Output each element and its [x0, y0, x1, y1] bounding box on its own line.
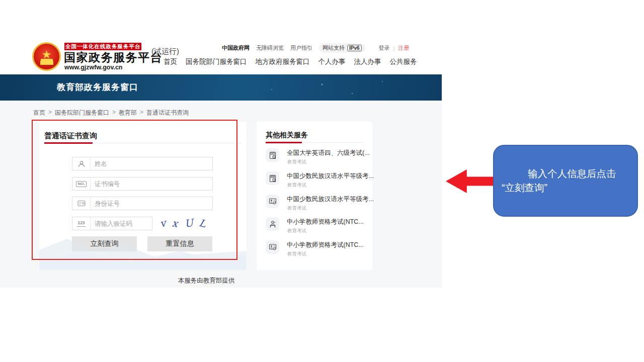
certificate-no-input[interactable]	[91, 177, 212, 190]
service-title: 中小学教师资格考试(NTC...	[287, 218, 364, 226]
related-services-title: 其他相关服务	[266, 131, 308, 140]
user-guide-link[interactable]: 用户指引	[290, 44, 312, 52]
brand-top-banner: 全国一体化在线政务服务平台	[64, 43, 141, 50]
service-provider-note: 本服务由教育部提供	[0, 277, 413, 285]
captcha-image[interactable]: v x U L	[160, 215, 220, 231]
department-banner: 教育部政务服务窗口	[0, 74, 442, 101]
service-title: 中国少数民族汉语水平等级考...	[287, 195, 374, 204]
utility-bar: 中国政府网 无障碍浏览 用户指引 网站支持 IPv6 登录 | 注册	[222, 43, 409, 53]
login-divider: |	[393, 45, 395, 51]
name-input[interactable]	[91, 157, 212, 170]
webpage: ★ 全国一体化在线政务服务平台 国家政务服务平台 www.gjzwfw.gov.…	[0, 0, 442, 288]
service-item-ntce-2[interactable]: 中小学教师资格考试(NTC... 教育考试	[266, 240, 364, 260]
doc-search-icon: CET	[266, 148, 279, 162]
content-area: 首页 > 国务院部门服务窗口 > 教育部 > 普通话证书查询 普通话证书查询 N…	[0, 101, 442, 288]
id-number-field	[72, 197, 213, 210]
service-title: 全国大学英语四、六级考试(...	[287, 149, 370, 157]
captcha-field: 123	[72, 217, 152, 230]
ipv6-label: IPv6	[347, 45, 362, 51]
teacher-desk-icon	[266, 217, 279, 231]
nav-home[interactable]: 首页	[164, 57, 177, 66]
captcha-char: L	[198, 217, 207, 230]
ipv6-support-badge: 网站支持 IPv6	[319, 43, 365, 53]
id-number-input[interactable]	[91, 197, 212, 210]
breadcrumb-home[interactable]: 首页	[33, 109, 45, 117]
callout-box: 输入个人信息后点击“立刻查询”	[493, 145, 638, 217]
related-services-card: 其他相关服务 CET 全国大学英语四、六级考试(... 教育考试 MHK 中国少…	[257, 122, 372, 270]
title-underline	[266, 142, 302, 143]
service-category: 教育考试	[287, 205, 306, 212]
site-support-label: 网站支持	[323, 44, 345, 52]
service-category: 教育考试	[287, 159, 306, 165]
accessibility-link[interactable]: 无障碍浏览	[256, 44, 284, 52]
nav-personal-affairs[interactable]: 个人办事	[318, 57, 346, 66]
callout-text: 输入个人信息后点击“立刻查询”	[494, 167, 637, 195]
callout-arrow-icon	[446, 169, 494, 193]
service-item-mhk-2[interactable]: 中国少数民族汉语水平等级考... 教育考试	[266, 195, 364, 215]
captcha-char: x	[172, 217, 179, 229]
id-badge-check-icon	[266, 240, 279, 254]
svg-text:MHK: MHK	[271, 175, 274, 177]
register-link[interactable]: 注册	[398, 44, 409, 52]
breadcrumb-separator: >	[48, 109, 52, 117]
service-category: 教育考试	[287, 251, 306, 257]
site-title: 国家政务服务平台	[64, 50, 163, 65]
breadcrumb: 首页 > 国务院部门服务窗口 > 教育部 > 普通话证书查询	[33, 109, 189, 117]
breadcrumb-separator: >	[140, 109, 143, 117]
site-url: www.gjzwfw.gov.cn	[64, 64, 123, 71]
service-title: 中国少数民族汉语水平等级考...	[287, 172, 374, 180]
service-item-mhk-1[interactable]: MHK 中国少数民族汉语水平等级考... 教育考试	[266, 171, 364, 192]
breadcrumb-current-page: 普通话证书查询	[146, 109, 189, 117]
emblem-star-icon: ★	[42, 49, 52, 60]
login-link[interactable]: 登录	[379, 44, 390, 52]
certificate-no-field: NO.	[72, 177, 213, 191]
service-item-cet[interactable]: CET 全国大学英语四、六级考试(... 教育考试	[266, 148, 364, 168]
certificate-no-icon: NO.	[72, 177, 91, 190]
service-item-ntce-1[interactable]: 中小学教师资格考试(NTC... 教育考试	[266, 217, 364, 237]
doc-search-icon: MHK	[266, 171, 279, 185]
query-form-card: 普通话证书查询 NO.	[39, 122, 247, 270]
svg-text:CET: CET	[271, 152, 274, 154]
department-banner-title: 教育部政务服务窗口	[57, 74, 138, 101]
nav-state-council-windows[interactable]: 国务院部门服务窗口	[186, 57, 247, 66]
captcha-char: U	[184, 217, 194, 230]
service-category: 教育考试	[287, 228, 306, 234]
nav-legal-affairs[interactable]: 法人办事	[354, 57, 381, 66]
form-title: 普通话证书查询	[44, 131, 97, 141]
breadcrumb-state-council[interactable]: 国务院部门服务窗口	[55, 109, 109, 117]
title-underline	[44, 142, 93, 144]
service-category: 教育考试	[287, 182, 306, 189]
gov-site-link[interactable]: 中国政府网	[222, 44, 250, 52]
captcha-123-icon: 123	[72, 217, 91, 230]
breadcrumb-moe[interactable]: 教育部	[119, 109, 137, 117]
mountain-watermark	[39, 231, 247, 270]
national-emblem-logo: ★	[32, 42, 61, 71]
service-title: 中小学教师资格考试(NTC...	[287, 241, 364, 249]
trial-run-label: (试运行)	[151, 47, 179, 56]
nav-public-services[interactable]: 公共服务	[390, 57, 417, 66]
captcha-char: v	[158, 217, 167, 230]
emblem-gate-icon	[40, 60, 53, 65]
id-badge-check-icon	[266, 195, 279, 208]
main-nav: 首页 国务院部门服务窗口 地方政府服务窗口 个人办事 法人办事 公共服务	[164, 57, 417, 66]
id-card-icon	[72, 197, 91, 210]
nav-local-gov-windows[interactable]: 地方政府服务窗口	[256, 57, 310, 66]
breadcrumb-separator: >	[112, 109, 116, 117]
user-icon	[72, 157, 91, 170]
name-field	[72, 157, 213, 170]
